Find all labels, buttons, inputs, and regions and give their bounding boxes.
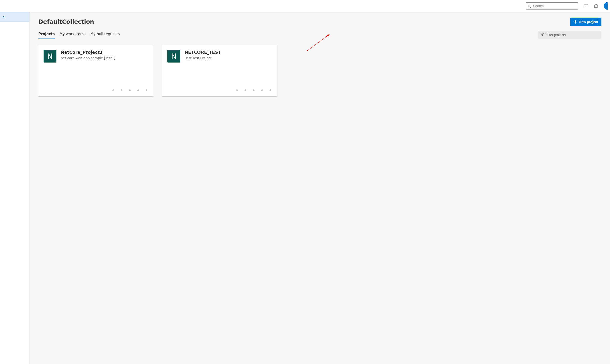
status-dot-icon [236,89,238,91]
sidebar-item-label: n [2,15,4,19]
status-dot-icon [245,89,246,91]
tabrow: Projects My work items My pull requests [38,30,601,39]
svg-point-0 [528,5,530,7]
status-dot-icon [253,89,254,91]
project-card-body: NetCore_Project1 net core web app sample… [61,50,148,91]
main: DefaultCollection New project Projects M… [30,12,610,364]
tab-pull-requests[interactable]: My pull requests [90,30,120,39]
filter-icon [541,33,544,37]
tab-label: My pull requests [90,32,120,36]
filter-box[interactable] [538,31,601,39]
tab-label: My work items [59,32,85,36]
project-card[interactable]: N NETCORE_TEST Frist Test Project [162,44,277,96]
layout: n DefaultCollection New project Projects… [0,12,610,364]
project-card-body: NETCORE_TEST Frist Test Project [184,50,272,91]
search-icon [528,4,531,8]
project-card[interactable]: N NetCore_Project1 net core web app samp… [38,44,153,96]
list-icon[interactable] [584,4,588,8]
project-title: NetCore_Project1 [61,50,148,55]
project-description: net core web app sample [Test1] [61,56,148,60]
topbar [0,0,610,12]
status-dot-icon [112,89,114,91]
tab-label: Projects [38,32,55,36]
user-avatar[interactable] [604,2,608,10]
new-project-label: New project [579,20,598,24]
tab-work-items[interactable]: My work items [59,30,85,39]
status-dot-icon [146,89,147,91]
project-status-dots [236,89,271,91]
search-wrap [526,2,578,10]
new-project-button[interactable]: New project [570,18,601,26]
status-dot-icon [270,89,271,91]
sidebar-item-collection[interactable]: n [0,12,29,22]
shopping-bag-icon[interactable] [594,4,598,8]
tabs: Projects My work items My pull requests [38,30,120,39]
status-dot-icon [261,89,263,91]
tab-projects[interactable]: Projects [38,30,55,39]
project-avatar: N [167,50,180,63]
status-dot-icon [121,89,122,91]
project-status-dots [112,89,147,91]
page-title: DefaultCollection [38,19,94,25]
project-avatar: N [43,50,56,63]
filter-input[interactable] [546,33,598,37]
status-dot-icon [129,89,131,91]
titlebar: DefaultCollection New project [38,18,601,26]
status-dot-icon [137,89,139,91]
project-title: NETCORE_TEST [184,50,272,55]
svg-rect-8 [595,5,597,8]
project-description: Frist Test Project [184,56,272,60]
sidebar: n [0,12,30,364]
svg-line-1 [530,7,531,8]
project-cards: N NetCore_Project1 net core web app samp… [38,44,601,96]
search-input[interactable] [526,2,578,10]
